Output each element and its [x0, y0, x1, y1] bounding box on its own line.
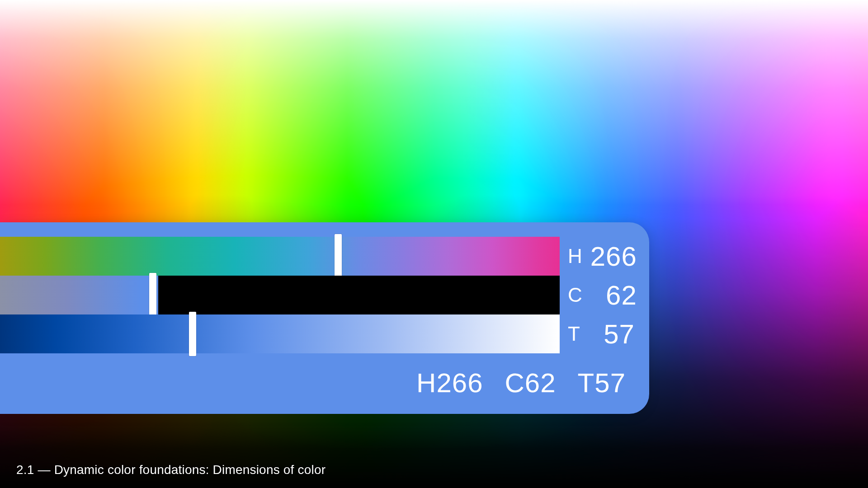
tone-slider-track[interactable] — [0, 314, 560, 353]
chroma-slider-row: C 62 — [0, 276, 649, 314]
summary-t: T57 — [578, 367, 626, 399]
hue-slider-thumb[interactable] — [335, 234, 342, 278]
chroma-readout: C 62 — [568, 280, 637, 311]
hue-readout-value: 266 — [588, 241, 637, 272]
slide-caption: 2.1 — Dynamic color foundations: Dimensi… — [16, 463, 326, 477]
hue-readout: H 266 — [568, 241, 637, 272]
chroma-readout-label: C — [568, 284, 583, 306]
chroma-slider-thumb[interactable] — [149, 273, 156, 317]
hct-summary: H266 C62 T57 — [416, 367, 626, 399]
hue-slider-track[interactable] — [0, 237, 560, 276]
tone-slider-row: T 57 — [0, 314, 649, 353]
hue-slider-row: H 266 — [0, 237, 649, 276]
tone-readout: T 57 — [568, 319, 635, 350]
chroma-slider-track[interactable] — [0, 276, 560, 314]
summary-c: C62 — [505, 367, 556, 399]
tone-readout-value: 57 — [586, 319, 635, 350]
tone-slider-thumb[interactable] — [189, 312, 196, 356]
hct-panel: H 266 C 62 T 57 H266 C62 T57 — [0, 222, 649, 414]
chroma-readout-value: 62 — [588, 280, 637, 311]
caption-bar: 2.1 — Dynamic color foundations: Dimensi… — [0, 452, 868, 488]
tone-readout-label: T — [568, 323, 580, 345]
slider-stack: H 266 C 62 T 57 — [0, 237, 649, 353]
hue-readout-label: H — [568, 245, 583, 267]
summary-h: H266 — [416, 367, 483, 399]
